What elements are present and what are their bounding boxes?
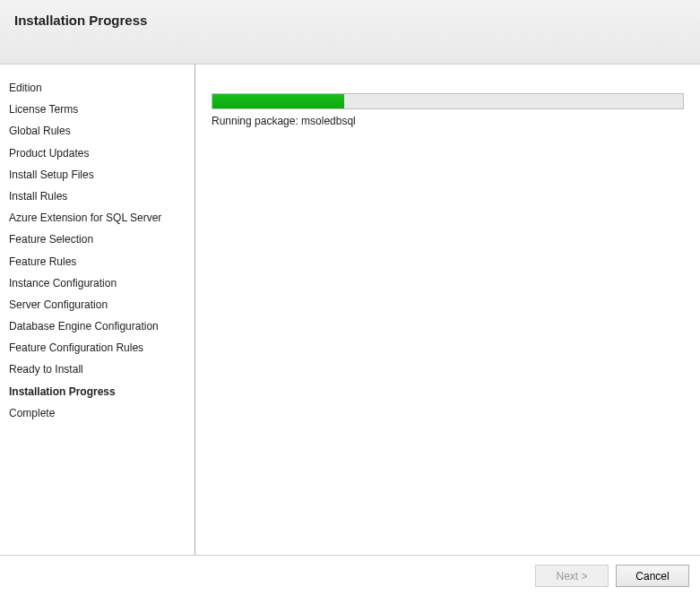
header: Installation Progress — [0, 0, 700, 65]
next-button[interactable]: Next > — [535, 565, 609, 587]
sidebar-item-11: Database Engine Configuration — [9, 315, 186, 337]
cancel-button[interactable]: Cancel — [616, 565, 689, 587]
sidebar-item-3: Product Updates — [9, 143, 186, 164]
main-panel: Running package: msoledbsql — [195, 65, 700, 555]
sidebar-item-4: Install Setup Files — [9, 164, 186, 186]
sidebar-item-0: Edition — [9, 77, 186, 99]
sidebar-item-13: Ready to Install — [9, 358, 186, 380]
sidebar-item-8: Feature Rules — [9, 251, 186, 272]
sidebar-item-2: Global Rules — [9, 120, 186, 142]
body: EditionLicense TermsGlobal RulesProduct … — [0, 65, 700, 555]
sidebar-item-5: Install Rules — [9, 186, 186, 207]
sidebar-item-15: Complete — [9, 402, 186, 424]
progress-bar — [212, 93, 684, 109]
sidebar-item-10: Server Configuration — [9, 294, 186, 315]
footer: Next > Cancel — [0, 555, 700, 596]
sidebar-item-14: Installation Progress — [9, 381, 186, 402]
sidebar-item-12: Feature Configuration Rules — [9, 337, 186, 358]
sidebar-item-6: Azure Extension for SQL Server — [9, 207, 186, 229]
page-title: Installation Progress — [14, 13, 686, 28]
sidebar: EditionLicense TermsGlobal RulesProduct … — [0, 65, 195, 555]
sidebar-item-7: Feature Selection — [9, 229, 186, 250]
sidebar-item-9: Instance Configuration — [9, 272, 186, 294]
status-text: Running package: msoledbsql — [212, 115, 684, 127]
sidebar-item-1: License Terms — [9, 99, 186, 120]
progress-bar-fill — [212, 94, 344, 108]
